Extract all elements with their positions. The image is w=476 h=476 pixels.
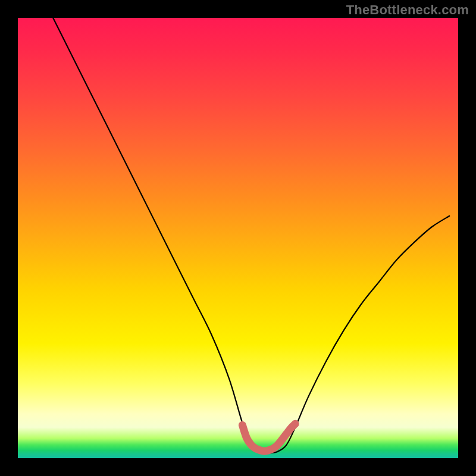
watermark-text: TheBottleneck.com — [346, 2, 469, 18]
plot-area — [18, 18, 458, 458]
optimal-marker-path — [242, 424, 295, 451]
chart-frame: TheBottleneck.com — [0, 0, 476, 476]
bottleneck-curve-path — [53, 18, 449, 453]
curve-layer — [18, 18, 458, 458]
